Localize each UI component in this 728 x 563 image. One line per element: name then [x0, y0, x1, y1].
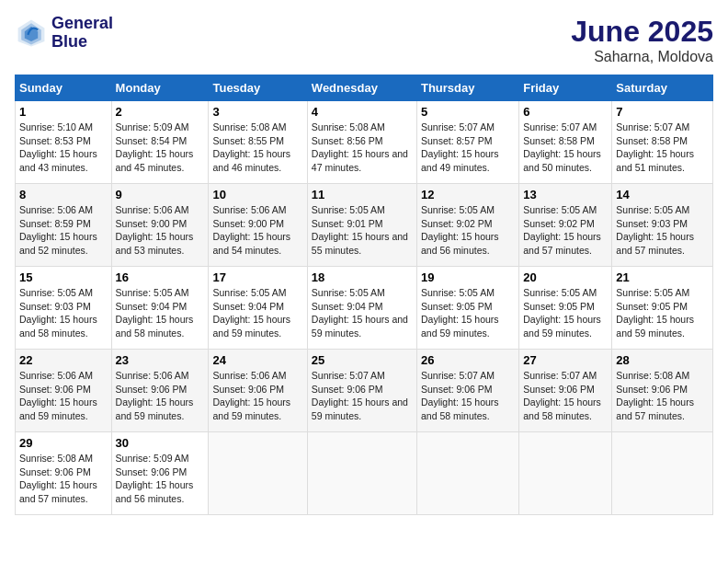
day-number: 13 — [523, 188, 608, 201]
calendar-cell: 28 Sunrise: 5:08 AM Sunset: 9:06 PM Dayl… — [612, 350, 713, 432]
calendar-cell: 19 Sunrise: 5:05 AM Sunset: 9:05 PM Dayl… — [416, 267, 518, 350]
calendar-cell: 14 Sunrise: 5:05 AM Sunset: 9:03 PM Dayl… — [612, 184, 713, 267]
calendar-cell: 18 Sunrise: 5:05 AM Sunset: 9:04 PM Dayl… — [307, 267, 416, 350]
title-area: June 2025 Saharna, Moldova — [571, 15, 713, 65]
day-number: 9 — [116, 188, 205, 201]
logo-line2: Blue — [51, 33, 113, 52]
calendar-cell: 3 Sunrise: 5:08 AM Sunset: 8:55 PM Dayli… — [209, 101, 307, 184]
column-header-tuesday: Tuesday — [209, 75, 307, 101]
day-info: Sunrise: 5:08 AM Sunset: 9:06 PM Dayligh… — [616, 369, 709, 423]
day-info: Sunrise: 5:05 AM Sunset: 9:05 PM Dayligh… — [616, 286, 709, 340]
calendar-cell: 29 Sunrise: 5:08 AM Sunset: 9:06 PM Dayl… — [16, 432, 112, 515]
calendar-cell: 21 Sunrise: 5:05 AM Sunset: 9:05 PM Dayl… — [612, 267, 713, 350]
day-info: Sunrise: 5:05 AM Sunset: 9:03 PM Dayligh… — [616, 203, 709, 258]
column-header-monday: Monday — [111, 75, 209, 101]
day-number: 3 — [212, 105, 302, 119]
calendar-cell: 15 Sunrise: 5:05 AM Sunset: 9:03 PM Dayl… — [16, 267, 112, 350]
day-info: Sunrise: 5:06 AM Sunset: 9:06 PM Dayligh… — [212, 369, 302, 423]
column-header-friday: Friday — [519, 75, 612, 101]
column-header-thursday: Thursday — [416, 75, 518, 101]
day-number: 5 — [421, 105, 515, 119]
calendar-cell: 5 Sunrise: 5:07 AM Sunset: 8:57 PM Dayli… — [416, 101, 518, 184]
header-row: SundayMondayTuesdayWednesdayThursdayFrid… — [16, 75, 713, 101]
column-header-sunday: Sunday — [16, 75, 112, 101]
day-info: Sunrise: 5:05 AM Sunset: 9:02 PM Dayligh… — [421, 203, 515, 258]
day-info: Sunrise: 5:09 AM Sunset: 9:06 PM Dayligh… — [116, 452, 205, 506]
day-number: 7 — [616, 105, 709, 119]
logo-icon — [15, 17, 48, 50]
calendar-cell: 4 Sunrise: 5:08 AM Sunset: 8:56 PM Dayli… — [307, 101, 416, 184]
day-info: Sunrise: 5:07 AM Sunset: 9:06 PM Dayligh… — [421, 369, 515, 423]
day-number: 25 — [312, 353, 413, 367]
calendar-cell — [416, 432, 518, 515]
day-number: 27 — [523, 353, 608, 367]
day-number: 29 — [19, 436, 108, 450]
week-row-3: 15 Sunrise: 5:05 AM Sunset: 9:03 PM Dayl… — [16, 267, 713, 350]
day-number: 10 — [212, 188, 302, 201]
day-number: 24 — [212, 353, 302, 367]
day-info: Sunrise: 5:10 AM Sunset: 8:53 PM Dayligh… — [19, 121, 108, 175]
day-info: Sunrise: 5:05 AM Sunset: 9:04 PM Dayligh… — [212, 286, 302, 340]
column-header-wednesday: Wednesday — [307, 75, 416, 101]
day-info: Sunrise: 5:05 AM Sunset: 9:04 PM Dayligh… — [116, 286, 205, 340]
subtitle: Saharna, Moldova — [571, 49, 713, 65]
calendar-cell: 8 Sunrise: 5:06 AM Sunset: 8:59 PM Dayli… — [16, 184, 112, 267]
day-number: 15 — [19, 270, 108, 284]
day-info: Sunrise: 5:06 AM Sunset: 9:06 PM Dayligh… — [19, 369, 108, 423]
calendar-cell: 27 Sunrise: 5:07 AM Sunset: 9:06 PM Dayl… — [519, 350, 612, 432]
day-info: Sunrise: 5:06 AM Sunset: 9:00 PM Dayligh… — [116, 203, 205, 258]
day-info: Sunrise: 5:07 AM Sunset: 9:06 PM Dayligh… — [312, 369, 413, 423]
week-row-1: 1 Sunrise: 5:10 AM Sunset: 8:53 PM Dayli… — [16, 101, 713, 184]
day-info: Sunrise: 5:05 AM Sunset: 9:04 PM Dayligh… — [312, 286, 413, 340]
calendar-cell: 6 Sunrise: 5:07 AM Sunset: 8:58 PM Dayli… — [519, 101, 612, 184]
day-number: 26 — [421, 353, 515, 367]
header: General Blue June 2025 Saharna, Moldova — [15, 15, 713, 65]
calendar-cell: 13 Sunrise: 5:05 AM Sunset: 9:02 PM Dayl… — [519, 184, 612, 267]
day-number: 4 — [312, 105, 413, 119]
day-info: Sunrise: 5:05 AM Sunset: 9:02 PM Dayligh… — [523, 203, 608, 258]
day-number: 20 — [523, 270, 608, 284]
calendar-table: SundayMondayTuesdayWednesdayThursdayFrid… — [15, 75, 713, 515]
calendar-cell: 11 Sunrise: 5:05 AM Sunset: 9:01 PM Dayl… — [307, 184, 416, 267]
day-number: 18 — [312, 270, 413, 284]
calendar-cell: 9 Sunrise: 5:06 AM Sunset: 9:00 PM Dayli… — [111, 184, 209, 267]
calendar-cell: 22 Sunrise: 5:06 AM Sunset: 9:06 PM Dayl… — [16, 350, 112, 432]
day-info: Sunrise: 5:08 AM Sunset: 9:06 PM Dayligh… — [19, 452, 108, 506]
calendar-cell — [612, 432, 713, 515]
calendar-cell: 26 Sunrise: 5:07 AM Sunset: 9:06 PM Dayl… — [416, 350, 518, 432]
logo: General Blue — [15, 15, 113, 52]
day-info: Sunrise: 5:06 AM Sunset: 9:00 PM Dayligh… — [212, 203, 302, 258]
week-row-5: 29 Sunrise: 5:08 AM Sunset: 9:06 PM Dayl… — [16, 432, 713, 515]
day-info: Sunrise: 5:09 AM Sunset: 8:54 PM Dayligh… — [116, 121, 205, 175]
calendar-cell: 17 Sunrise: 5:05 AM Sunset: 9:04 PM Dayl… — [209, 267, 307, 350]
day-info: Sunrise: 5:05 AM Sunset: 9:03 PM Dayligh… — [19, 286, 108, 340]
day-info: Sunrise: 5:05 AM Sunset: 9:05 PM Dayligh… — [421, 286, 515, 340]
calendar-cell: 1 Sunrise: 5:10 AM Sunset: 8:53 PM Dayli… — [16, 101, 112, 184]
calendar-cell: 16 Sunrise: 5:05 AM Sunset: 9:04 PM Dayl… — [111, 267, 209, 350]
day-info: Sunrise: 5:07 AM Sunset: 8:58 PM Dayligh… — [616, 121, 709, 175]
day-number: 8 — [19, 188, 108, 201]
day-info: Sunrise: 5:08 AM Sunset: 8:56 PM Dayligh… — [312, 121, 413, 175]
main-title: June 2025 — [571, 15, 713, 49]
calendar-cell: 2 Sunrise: 5:09 AM Sunset: 8:54 PM Dayli… — [111, 101, 209, 184]
week-row-2: 8 Sunrise: 5:06 AM Sunset: 8:59 PM Dayli… — [16, 184, 713, 267]
day-info: Sunrise: 5:06 AM Sunset: 8:59 PM Dayligh… — [19, 203, 108, 258]
calendar-cell — [307, 432, 416, 515]
day-info: Sunrise: 5:06 AM Sunset: 9:06 PM Dayligh… — [116, 369, 205, 423]
day-number: 19 — [421, 270, 515, 284]
day-number: 6 — [523, 105, 608, 119]
day-number: 21 — [616, 270, 709, 284]
day-number: 11 — [312, 188, 413, 201]
day-info: Sunrise: 5:08 AM Sunset: 8:55 PM Dayligh… — [212, 121, 302, 175]
week-row-4: 22 Sunrise: 5:06 AM Sunset: 9:06 PM Dayl… — [16, 350, 713, 432]
calendar-cell: 25 Sunrise: 5:07 AM Sunset: 9:06 PM Dayl… — [307, 350, 416, 432]
day-info: Sunrise: 5:07 AM Sunset: 9:06 PM Dayligh… — [523, 369, 608, 423]
day-number: 2 — [116, 105, 205, 119]
calendar-cell — [519, 432, 612, 515]
day-number: 17 — [212, 270, 302, 284]
calendar-cell: 12 Sunrise: 5:05 AM Sunset: 9:02 PM Dayl… — [416, 184, 518, 267]
day-number: 12 — [421, 188, 515, 201]
calendar-cell: 30 Sunrise: 5:09 AM Sunset: 9:06 PM Dayl… — [111, 432, 209, 515]
day-number: 1 — [19, 105, 108, 119]
day-number: 16 — [116, 270, 205, 284]
